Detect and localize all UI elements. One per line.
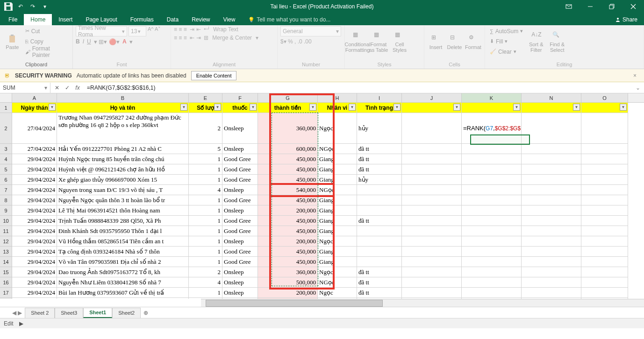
cell[interactable]: Good Gree xyxy=(222,164,258,175)
cell[interactable] xyxy=(581,288,628,298)
row-header-4[interactable]: 4 xyxy=(0,154,12,164)
cell[interactable]: NGọc xyxy=(318,185,357,195)
cell[interactable] xyxy=(357,247,402,257)
cell[interactable]: NGọc xyxy=(318,277,357,288)
format-painter-button[interactable]: 🖌 Format Painter xyxy=(23,47,70,56)
cell[interactable]: 540,000 xyxy=(258,185,318,195)
name-box[interactable]: SUM▾ xyxy=(0,83,50,93)
cell[interactable] xyxy=(581,195,628,205)
filter-icon[interactable]: ▼ xyxy=(453,104,460,111)
row-header-14[interactable]: 14 xyxy=(0,257,12,267)
cell[interactable] xyxy=(522,205,581,216)
cell[interactable]: 29/04/2024 xyxy=(12,185,57,195)
cell[interactable]: Nguyen trong xuan Đ/C 19/3 võ thị sáu , … xyxy=(57,185,189,195)
cell[interactable]: 29/04/2024 xyxy=(12,205,57,216)
restore-icon[interactable] xyxy=(601,0,623,13)
col-header-J[interactable]: J xyxy=(402,93,462,102)
cell[interactable] xyxy=(522,247,581,257)
cell[interactable]: Dao truong Ảnh Sdt0975163772 Tổ 8, kh xyxy=(57,267,189,277)
row-header-3[interactable]: 3 xyxy=(0,144,12,154)
cell[interactable] xyxy=(581,226,628,236)
cell[interactable]: Ngọc xyxy=(318,113,357,144)
cell[interactable]: 29/04/2024 xyxy=(12,257,57,267)
cell[interactable] xyxy=(581,267,628,277)
cell[interactable]: Onsleep xyxy=(222,288,258,298)
tab-data[interactable]: Data xyxy=(160,14,185,25)
font-size-combo[interactable]: 13 ▾ xyxy=(129,26,146,36)
cell[interactable] xyxy=(357,205,402,216)
cell[interactable] xyxy=(402,195,462,205)
cell[interactable] xyxy=(522,154,581,164)
cell[interactable]: Good Gree xyxy=(222,247,258,257)
cell[interactable] xyxy=(462,288,522,298)
cell[interactable]: NGọc xyxy=(318,144,357,154)
cell[interactable] xyxy=(522,164,581,175)
cell[interactable] xyxy=(462,154,522,164)
row-header-1[interactable]: 1 xyxy=(0,103,12,113)
cell[interactable]: Huỳnh Ngọc trung 85 huyền trân công chú xyxy=(57,154,189,164)
cell[interactable] xyxy=(402,216,462,226)
row-header-8[interactable]: 8 xyxy=(0,195,12,205)
cell[interactable] xyxy=(581,236,628,247)
sheet-tab-Sheet2[interactable]: Sheet2 xyxy=(112,308,141,318)
ribbon-options-icon[interactable] xyxy=(558,0,580,13)
tell-me[interactable]: Tell me what you want to do... xyxy=(242,14,337,25)
row-header-5[interactable]: 5 xyxy=(0,164,12,175)
cell[interactable] xyxy=(357,226,402,236)
cell[interactable]: 360,000 xyxy=(258,267,318,277)
cell[interactable]: đã tt xyxy=(357,164,402,175)
cell[interactable]: 200,000 xyxy=(258,236,318,247)
row-header-12[interactable]: 12 xyxy=(0,236,12,247)
cell[interactable] xyxy=(522,257,581,267)
clear-button[interactable]: 🧹 Clear ▾ xyxy=(488,47,525,56)
cell[interactable] xyxy=(581,154,628,164)
cell[interactable] xyxy=(462,257,522,267)
cell[interactable] xyxy=(522,175,581,185)
cell[interactable]: 29/04/2024 xyxy=(12,298,57,299)
filter-icon[interactable]: ▼ xyxy=(513,104,520,111)
cell[interactable]: Onsleep xyxy=(222,144,258,154)
cell[interactable]: 200,000 xyxy=(258,288,318,298)
col-header-K[interactable]: K xyxy=(462,93,522,102)
sheet-tab-Sheet1[interactable]: Sheet1 xyxy=(83,308,112,318)
cell[interactable]: Trần Tân 0379594032 392 nguyễn huệ t xyxy=(57,298,189,299)
font-name-combo[interactable]: Times New Roma ▾ xyxy=(76,26,127,36)
cell[interactable] xyxy=(522,226,581,236)
enter-formula-icon[interactable]: ✓ xyxy=(63,85,72,91)
cell[interactable] xyxy=(522,144,581,154)
cell[interactable] xyxy=(522,113,581,144)
cell[interactable]: 200,000 xyxy=(258,205,318,216)
cell[interactable]: Xe ghép giao thủy 0966697000 Xóm 15 xyxy=(57,175,189,185)
tab-review[interactable]: Review xyxy=(185,14,216,25)
row-header-2[interactable]: 2 xyxy=(0,113,12,144)
cell[interactable] xyxy=(402,257,462,267)
cell[interactable] xyxy=(522,277,581,288)
cell[interactable]: 29/04/2024 xyxy=(12,288,57,298)
cell[interactable]: Vũ Hồng thắm 0852865154 Tiên cầm an t xyxy=(57,236,189,247)
table-header[interactable]: Nhân vi▼ xyxy=(318,103,357,113)
cell[interactable]: 450,000 xyxy=(258,226,318,236)
cell[interactable]: Giang xyxy=(318,195,357,205)
col-header-O[interactable]: O xyxy=(581,93,628,102)
cell[interactable]: 600,000 xyxy=(258,144,318,154)
cell[interactable] xyxy=(581,175,628,185)
row-header-18[interactable]: 18 xyxy=(0,298,12,299)
row-header-17[interactable]: 17 xyxy=(0,288,12,298)
cell[interactable]: Onsleep xyxy=(222,113,258,144)
cell[interactable]: =RANK(G7,$G$2:$G$16,1) xyxy=(462,113,522,144)
table-header[interactable]: thành tiền▼ xyxy=(258,103,318,113)
col-header-H[interactable]: H xyxy=(318,93,357,102)
cell[interactable]: đã tt xyxy=(357,216,402,226)
conditional-formatting-button[interactable]: ▦Conditional Formatting xyxy=(348,26,367,58)
cell[interactable] xyxy=(462,185,522,195)
filter-icon[interactable]: ▼ xyxy=(620,104,627,111)
tab-file[interactable]: File xyxy=(2,14,24,25)
cell[interactable]: 2 xyxy=(189,267,222,277)
cell[interactable]: Trương Nhan 0947295827 242 đường phạm Đứ… xyxy=(57,113,189,144)
save-icon[interactable] xyxy=(3,1,14,12)
row-header-6[interactable]: 6 xyxy=(0,175,12,185)
redo-icon[interactable]: ↷ xyxy=(27,1,38,12)
cell[interactable]: Tạ công định 0393246184 Nhà số 7 thôn xyxy=(57,247,189,257)
cell[interactable] xyxy=(581,257,628,267)
cell[interactable]: Good Gree xyxy=(222,226,258,236)
